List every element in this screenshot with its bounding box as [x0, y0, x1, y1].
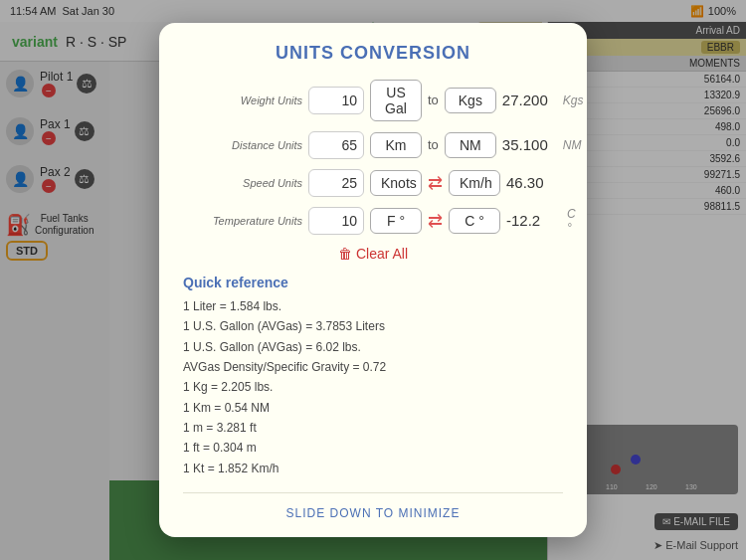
- conv-to-unit-2[interactable]: Km/h: [449, 170, 500, 196]
- quick-ref-line: 1 Liter = 1.584 lbs.: [183, 296, 563, 316]
- quick-ref-line: 1 Km = 0.54 NM: [183, 398, 563, 418]
- conv-from-unit-0[interactable]: US Gal: [370, 80, 422, 121]
- conversion-rows: Weight UnitsUS GaltoKgs27.200KgsDistance…: [183, 80, 563, 235]
- conv-to-unit-1[interactable]: NM: [445, 132, 496, 158]
- conv-result-2: 46.30: [506, 174, 561, 191]
- quick-ref-line: 1 Kg = 2.205 lbs.: [183, 377, 563, 397]
- conv-to-unit-3[interactable]: C °: [449, 208, 500, 234]
- conv-to-1: to: [428, 137, 439, 152]
- conv-from-unit-2[interactable]: Knots: [370, 170, 422, 196]
- quick-ref-line: 1 U.S. Gallon (AVGas) = 6.02 lbs.: [183, 337, 563, 357]
- conv-row-0: Weight UnitsUS GaltoKgs27.200Kgs: [183, 80, 563, 121]
- conv-label-1: Distance Units: [183, 139, 302, 151]
- quick-ref-line: 1 Kt = 1.852 Km/h: [183, 459, 563, 478]
- conv-row-3: Temperature UnitsF °⇄C °-12.2C °: [183, 207, 563, 235]
- conv-from-unit-3[interactable]: F °: [370, 208, 422, 234]
- trash-icon: 🗑: [338, 246, 352, 262]
- quick-ref-title: Quick reference: [183, 275, 563, 290]
- clear-all-row: 🗑 Clear All: [183, 245, 563, 263]
- quick-ref-text: 1 Liter = 1.584 lbs.1 U.S. Gallon (AVGas…: [183, 296, 563, 479]
- conv-swap-3[interactable]: ⇄: [428, 210, 443, 232]
- units-conversion-modal: UNITS CONVERSION Weight UnitsUS GaltoKgs…: [159, 23, 587, 538]
- conv-input-3[interactable]: [308, 207, 364, 235]
- conv-label-2: Speed Units: [183, 177, 302, 189]
- conv-label-3: Temperature Units: [183, 215, 302, 227]
- conv-result-1: 35.100: [502, 136, 557, 153]
- conv-input-2[interactable]: [308, 169, 364, 197]
- quick-ref-line: AVGas Density/Specific Gravity = 0.72: [183, 357, 563, 377]
- conv-input-1[interactable]: [308, 131, 364, 159]
- quick-ref-line: 1 U.S. Gallon (AVGas) = 3.7853 Liters: [183, 316, 563, 336]
- conv-result-unit-1: NM: [563, 138, 582, 152]
- conv-row-1: Distance UnitsKmtoNM35.100NM: [183, 131, 563, 159]
- conv-input-0[interactable]: [308, 87, 364, 114]
- conv-result-3: -12.2: [506, 212, 561, 229]
- quick-ref-line: 1 ft = 0.304 m: [183, 438, 563, 458]
- conv-row-2: Speed UnitsKnots⇄Km/h46.30: [183, 169, 563, 197]
- conv-from-unit-1[interactable]: Km: [370, 132, 422, 158]
- conv-result-0: 27.200: [502, 92, 557, 108]
- modal-title: UNITS CONVERSION: [183, 43, 563, 64]
- slide-down-row: SLIDE DOWN TO MINIMIZE: [183, 492, 563, 521]
- conv-to-unit-0[interactable]: Kgs: [445, 88, 496, 113]
- conv-result-unit-0: Kgs: [563, 93, 584, 107]
- conv-to-0: to: [428, 93, 439, 107]
- conv-swap-2[interactable]: ⇄: [428, 172, 443, 194]
- conv-result-unit-3: C °: [567, 207, 576, 235]
- quick-ref-line: 1 m = 3.281 ft: [183, 418, 563, 438]
- conv-label-0: Weight Units: [183, 94, 302, 106]
- clear-all-button[interactable]: 🗑 Clear All: [338, 246, 408, 262]
- modal-overlay: UNITS CONVERSION Weight UnitsUS GaltoKgs…: [0, 0, 746, 560]
- slide-down-button[interactable]: SLIDE DOWN TO MINIMIZE: [286, 506, 461, 520]
